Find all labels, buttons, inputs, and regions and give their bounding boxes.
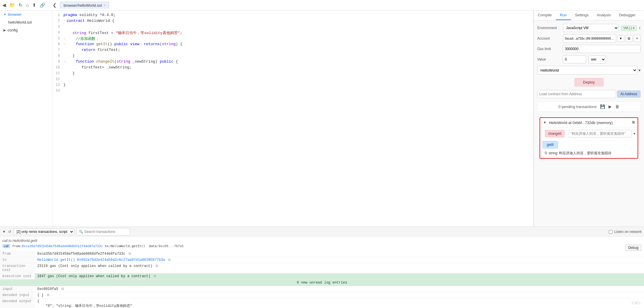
- deploy-button[interactable]: Deploy: [574, 78, 604, 86]
- sidebar-item-helloworld[interactable]: helloWorld.sol: [0, 18, 52, 26]
- file-tab-close[interactable]: ×: [104, 3, 105, 7]
- tx-decoded-output-label: decoded output: [0, 298, 35, 308]
- back-icon[interactable]: ◀: [2, 2, 6, 8]
- right-panel: Compile Run Settings Analysis Debugger S…: [533, 10, 644, 226]
- copy-icon[interactable]: ⧉: [156, 264, 158, 268]
- account-copy-btn[interactable]: ⧉: [625, 35, 632, 42]
- copy-icon[interactable]: ⧉: [129, 252, 131, 256]
- contract-output: 0: string: 料应厌做人间语，爱听孤坟鬼唱诗: [540, 150, 638, 158]
- gas-limit-input[interactable]: [563, 45, 641, 53]
- tx-from-label: from: [0, 251, 35, 257]
- environment-row: Environment JavaScript VM VM (-) ▾ ℹ: [537, 24, 641, 32]
- value-label: Value: [537, 57, 561, 61]
- tx-input-label: input: [0, 286, 35, 292]
- account-input[interactable]: [563, 34, 616, 43]
- file-tab-label: browser/helloWorld.sol: [64, 3, 102, 8]
- vm-badge[interactable]: VM (-) ▾: [621, 26, 637, 31]
- debug-button[interactable]: Debug: [625, 245, 642, 251]
- getit-button[interactable]: getIt: [542, 141, 558, 148]
- separator: [49, 2, 49, 8]
- copy-icon[interactable]: ⧉: [154, 274, 156, 278]
- editor-area: 1 pragma solidity ^0.4.0; 2 −contract He…: [52, 10, 533, 226]
- account-row: Account ▾ ⧉ +: [537, 34, 641, 43]
- code-editor: 1 pragma solidity ^0.4.0; 2 −contract He…: [52, 10, 533, 127]
- table-row: from 0xca35b7d915458ef540ade6068dfe2f44e…: [0, 251, 644, 257]
- console-filter-select[interactable]: [2] only remix transactions, script: [13, 229, 74, 235]
- file-tab[interactable]: browser/helloWorld.sol ×: [60, 2, 109, 9]
- nav-back-icon[interactable]: ❮: [53, 2, 56, 8]
- link-icon[interactable]: 🔗: [40, 2, 45, 8]
- contract-select[interactable]: HelloWorld: [537, 66, 637, 75]
- tab-analysis[interactable]: Analysis: [593, 10, 615, 20]
- folder-icon[interactable]: 📁: [9, 2, 15, 8]
- run-panel-content: Environment JavaScript VM VM (-) ▾ ℹ Acc…: [534, 20, 644, 164]
- pending-transactions-row: 0 pending transactions 💾 ▶ 🗑: [537, 102, 641, 111]
- call-line-entry: Debug call from:0xca35b7d915458ef540ade6…: [0, 243, 644, 249]
- value-input[interactable]: [563, 55, 586, 63]
- load-addr-input[interactable]: [537, 90, 616, 98]
- upload-icon[interactable]: ⬆: [32, 2, 36, 8]
- deployed-collapse-icon[interactable]: ▼: [543, 121, 547, 125]
- info-icon[interactable]: ℹ: [639, 26, 641, 30]
- refresh-icon[interactable]: ↻: [19, 2, 22, 8]
- tab-run[interactable]: Run: [556, 10, 571, 20]
- pending-trash-icon[interactable]: 🗑: [615, 104, 619, 109]
- console-refresh-icon[interactable]: ↺: [8, 230, 11, 234]
- table-row: input 0xc0910fa5 ⧉: [0, 286, 644, 292]
- value-row: Value wei: [537, 55, 641, 63]
- copy-icon[interactable]: ⧉: [168, 258, 171, 262]
- changeit-input[interactable]: [569, 130, 632, 137]
- account-dropdown-btn[interactable]: ▾: [617, 35, 624, 42]
- account-label: Account: [537, 36, 561, 40]
- value-unit-select[interactable]: wei: [588, 55, 606, 63]
- log-banner: 6 new unread log entries: [0, 279, 644, 286]
- deploy-row: Deploy: [537, 77, 641, 88]
- tab-settings[interactable]: Settings: [571, 10, 593, 20]
- table-row: to HelloWorld.getIt() 0x692a70d2e424a56d…: [0, 257, 644, 263]
- contract-output-text: 0: string: 料应厌做人间语，爱听孤坟鬼唱诗: [545, 151, 611, 155]
- call-info-entry: call to HelloWorld.getIt: [0, 238, 644, 243]
- code-line-2: 2 −contract HelloWorld {: [52, 19, 533, 24]
- sidebar-item-browser[interactable]: ▼ browser: [0, 10, 52, 18]
- code-line-11: 11 }: [52, 71, 533, 77]
- main-layout: ▼ browser helloWorld.sol ▶ config 1 prag…: [0, 10, 644, 226]
- deployed-contract-box: ✕ ▼ HelloWorld at 0xbbf...732db (memory)…: [540, 117, 638, 159]
- github-icon[interactable]: ⌂: [26, 3, 29, 8]
- pending-play-icon[interactable]: ▶: [609, 104, 612, 109]
- changeit-dropdown-icon[interactable]: ▾: [634, 132, 635, 136]
- table-row: 6 new unread log entries: [0, 279, 644, 286]
- code-line-12: 12: [52, 77, 533, 83]
- sidebar-item-config[interactable]: ▶ config: [0, 26, 52, 34]
- account-add-btn[interactable]: +: [634, 35, 641, 42]
- copy-icon[interactable]: ⧉: [61, 287, 64, 291]
- tx-decoded-input-value: { } ⧉: [35, 292, 644, 298]
- sidebar: ▼ browser helloWorld.sol ▶ config: [0, 10, 52, 226]
- tab-compile[interactable]: Compile: [534, 10, 556, 20]
- tab-support[interactable]: Support: [640, 10, 644, 20]
- code-line-5: 5 − //添加函数：: [52, 36, 533, 42]
- code-line-13: 13 }: [52, 83, 533, 88]
- tx-execost-value: 1847 gas (Cost only applies when called …: [35, 273, 644, 279]
- changeit-button[interactable]: changeIt: [545, 130, 565, 137]
- at-address-button[interactable]: At Address: [617, 91, 641, 98]
- search-input[interactable]: [77, 228, 130, 236]
- listen-checkbox[interactable]: [609, 230, 613, 234]
- call-badge: call: [2, 244, 10, 248]
- environment-select[interactable]: JavaScript VM: [563, 24, 619, 32]
- tx-decoded-input-label: decoded input: [0, 292, 35, 298]
- console-collapse-icon[interactable]: ▼: [2, 230, 6, 234]
- config-arrow-icon: ▶: [3, 29, 6, 32]
- copy-icon[interactable]: ⧉: [47, 293, 49, 297]
- tab-debugger[interactable]: Debugger: [615, 10, 640, 20]
- sidebar-helloworld-label: helloWorld.sol: [8, 20, 32, 24]
- deployed-close-btn[interactable]: ✕: [632, 120, 635, 124]
- table-row: decoded output { "0": "string: 锄禾日当午，学so…: [0, 298, 644, 308]
- code-line-7: 7 return firstTest;: [52, 48, 533, 54]
- contract-select-arrow[interactable]: ▾: [638, 68, 641, 72]
- code-line-14: 14: [52, 88, 533, 94]
- console-toolbar: ▼ ↺ [2] only remix transactions, script …: [0, 227, 644, 237]
- tx-txcost-label: transaction cost: [0, 263, 35, 273]
- code-line-9: 9 − function changeIt(string _newString)…: [52, 59, 533, 65]
- pending-save-icon[interactable]: 💾: [600, 104, 605, 109]
- top-toolbar: ◀ 📁 ↻ ⌂ ⬆ 🔗 ❮ browser/helloWorld.sol ×: [0, 0, 644, 10]
